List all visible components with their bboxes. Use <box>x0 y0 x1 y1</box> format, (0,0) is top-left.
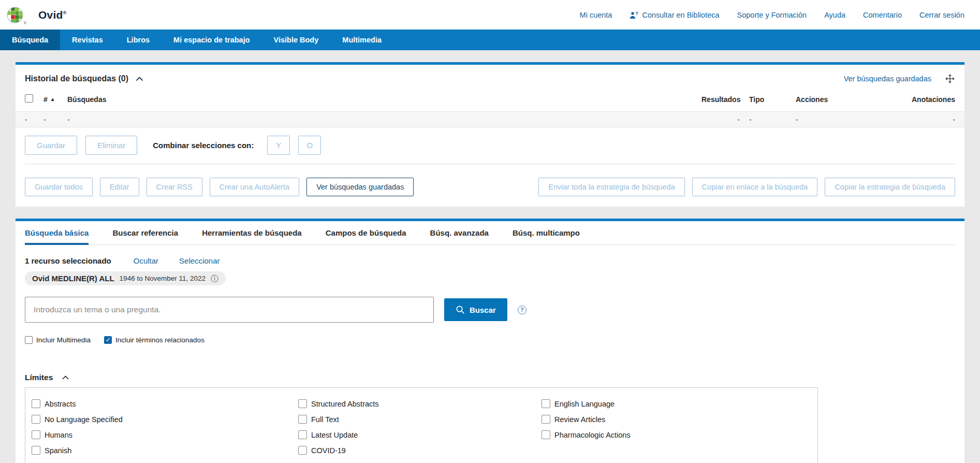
limit-pharmacologic-actions[interactable]: Pharmacologic Actions <box>542 430 631 439</box>
limit-structured-abstracts-checkbox[interactable] <box>298 399 307 408</box>
copy-search-link-button[interactable]: Copiar en enlace a la búsqueda <box>692 178 818 196</box>
limit-abstracts-checkbox[interactable] <box>32 399 40 408</box>
ask-library-label: Consultar en Biblioteca <box>642 11 719 19</box>
tab-busqueda-avanzada[interactable]: Búsq. avanzada <box>430 221 489 244</box>
ovid-logo-icon <box>6 6 24 24</box>
limit-english-language[interactable]: English Language <box>542 399 631 408</box>
results-column-label: Resultados <box>701 95 749 104</box>
feedback-label: Comentario <box>863 11 902 19</box>
include-options-row: Incluir Multimedia Incluir términos rela… <box>25 336 955 344</box>
limit-no-language-specified[interactable]: No Language Specified <box>32 415 298 424</box>
empty-type-cell: - <box>749 115 796 124</box>
search-button[interactable]: Buscar <box>444 298 507 321</box>
main-nav: Búsqueda Revistas Libros Mi espacio de t… <box>0 30 980 50</box>
limit-review-articles[interactable]: Review Articles <box>542 415 631 424</box>
email-search-strategy-button[interactable]: Enviar toda la estrategia de búsqueda <box>538 178 684 196</box>
limit-pharmacologic-actions-checkbox[interactable] <box>542 430 550 439</box>
copy-search-strategy-button[interactable]: Copiar la estrategia de búsqueda <box>825 178 955 196</box>
tab-herramientas-busqueda[interactable]: Herramientas de búsqueda <box>202 221 302 244</box>
view-saved-searches-button[interactable]: Ver búsquedas guardadas <box>306 178 414 196</box>
create-autoalert-button[interactable]: Crear una AutoAlerta <box>210 178 299 196</box>
tab-busqueda-multicampo[interactable]: Búsq. multicampo <box>513 221 580 244</box>
delete-button[interactable]: Eliminar <box>85 136 137 155</box>
tab-buscar-referencia[interactable]: Buscar referencia <box>112 221 178 244</box>
select-all-checkbox[interactable] <box>25 94 33 103</box>
chevron-up-icon <box>136 77 143 81</box>
combine-and-button[interactable]: Y <box>267 136 290 155</box>
combine-selections-label: Combinar selecciones con: <box>153 141 254 150</box>
limit-english-language-checkbox[interactable] <box>542 399 550 408</box>
limit-full-text-checkbox[interactable] <box>298 415 307 424</box>
ask-library-link[interactable]: ? Consultar en Biblioteca <box>630 11 719 19</box>
support-training-link[interactable]: Soporte y Formación <box>737 11 807 19</box>
include-related-terms-checkbox[interactable] <box>104 336 112 344</box>
include-related-terms-label: Incluir términos relacionados <box>115 336 204 344</box>
nav-item-multimedia[interactable]: Multimedia <box>330 30 393 50</box>
collapse-history-button[interactable] <box>136 77 143 81</box>
save-button[interactable]: Guardar <box>25 136 77 155</box>
include-related-terms-option[interactable]: Incluir términos relacionados <box>104 336 204 344</box>
search-button-label: Buscar <box>470 306 496 314</box>
ovid-logo[interactable]: ® <box>6 6 24 24</box>
nav-item-libros[interactable]: Libros <box>115 30 162 50</box>
limit-humans[interactable]: Humans <box>32 430 298 439</box>
limit-review-articles-label: Review Articles <box>554 415 605 424</box>
limit-no-language-specified-label: No Language Specified <box>45 415 123 424</box>
limits-column-2: Structured Abstracts Full Text Latest Up… <box>298 399 542 455</box>
limit-covid-19-label: COVID-19 <box>311 446 346 455</box>
searches-column-label: Búsquedas <box>67 95 701 104</box>
nav-item-mi-espacio[interactable]: Mi espacio de trabajo <box>162 30 261 50</box>
save-all-button[interactable]: Guardar todos <box>25 178 93 196</box>
limit-review-articles-checkbox[interactable] <box>542 415 550 424</box>
combine-or-button[interactable]: O <box>298 136 321 155</box>
include-multimedia-checkbox[interactable] <box>25 336 33 344</box>
search-input[interactable] <box>25 297 434 323</box>
limit-full-text[interactable]: Full Text <box>298 415 542 424</box>
tab-busqueda-basica[interactable]: Búsqueda básica <box>25 221 89 244</box>
create-rss-button[interactable]: Crear RSS <box>147 178 202 196</box>
help-link[interactable]: Ayuda <box>824 11 845 19</box>
limit-no-language-specified-checkbox[interactable] <box>32 415 40 424</box>
history-table-header: # ▲ Búsquedas Resultados Tipo Acciones A… <box>25 94 955 104</box>
nav-item-visible-body[interactable]: Visible Body <box>262 30 331 50</box>
limit-latest-update[interactable]: Latest Update <box>298 430 542 439</box>
annotations-column-label: Anotaciones <box>893 95 955 104</box>
limit-structured-abstracts[interactable]: Structured Abstracts <box>298 399 542 408</box>
nav-item-busqueda[interactable]: Búsqueda <box>0 30 60 50</box>
sort-by-number-control[interactable]: # ▲ <box>43 95 67 104</box>
my-account-link[interactable]: Mi cuenta <box>580 11 612 19</box>
database-info-icon[interactable]: ⓘ <box>211 274 218 282</box>
limit-latest-update-checkbox[interactable] <box>298 430 307 439</box>
nav-item-revistas[interactable]: Revistas <box>60 30 115 50</box>
limit-spanish-label: Spanish <box>45 446 71 455</box>
limit-humans-checkbox[interactable] <box>32 430 40 439</box>
collapse-limits-button[interactable] <box>62 375 69 380</box>
view-saved-searches-link[interactable]: Ver búsquedas guardadas <box>844 75 931 83</box>
limits-header: Límites <box>25 373 955 382</box>
limit-covid-19[interactable]: COVID-19 <box>298 446 542 455</box>
select-resources-link[interactable]: Seleccionar <box>179 256 220 265</box>
limit-full-text-label: Full Text <box>311 415 339 424</box>
move-panel-handle[interactable] <box>945 74 955 84</box>
brand-reg-mark: ® <box>63 10 66 16</box>
tab-campos-busqueda[interactable]: Campos de búsqueda <box>326 221 406 244</box>
empty-results-cell: - <box>701 115 749 124</box>
limit-covid-19-checkbox[interactable] <box>298 446 307 455</box>
include-multimedia-option[interactable]: Incluir Multimedia <box>25 336 91 344</box>
hide-resources-link[interactable]: Ocultar <box>134 256 158 265</box>
limit-abstracts[interactable]: Abstracts <box>32 399 298 408</box>
move-icon <box>945 74 955 84</box>
support-training-label: Soporte y Formación <box>737 11 807 19</box>
resource-count-label: 1 recurso seleccionado <box>25 256 111 265</box>
feedback-link[interactable]: Comentario <box>863 11 902 19</box>
limit-spanish[interactable]: Spanish <box>32 446 298 455</box>
empty-number-cell: - <box>43 115 67 124</box>
logout-label: Cerrar sesión <box>919 11 964 19</box>
database-name: Ovid MEDLINE(R) ALL <box>32 274 114 283</box>
type-column-label: Tipo <box>749 95 796 104</box>
limit-spanish-checkbox[interactable] <box>32 446 40 455</box>
database-coverage: 1946 to November 11, 2022 <box>120 274 206 282</box>
search-help-icon[interactable]: ? <box>518 306 526 314</box>
logout-link[interactable]: Cerrar sesión <box>919 11 964 19</box>
edit-button[interactable]: Editar <box>100 178 139 196</box>
